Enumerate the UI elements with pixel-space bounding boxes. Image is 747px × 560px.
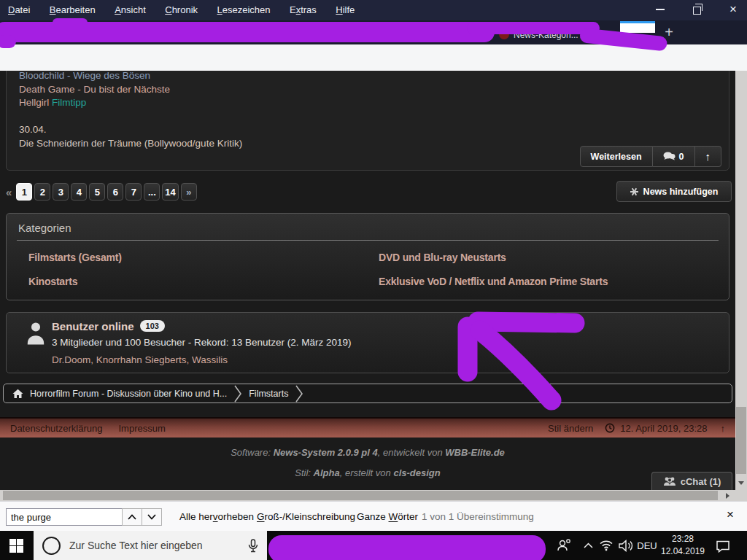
annotation-scribble-taskbar	[268, 535, 546, 560]
page-button-2[interactable]: 2	[34, 183, 50, 201]
comments-button[interactable]: 0	[653, 146, 695, 167]
find-previous-button[interactable]	[122, 508, 142, 526]
read-more-button[interactable]: Weiterlesen	[580, 146, 653, 167]
user-icon	[26, 321, 46, 346]
restore-button[interactable]	[681, 0, 713, 19]
highlight-all-toggle[interactable]: Alle hervorheben	[179, 511, 254, 522]
news-date: 30.04.	[19, 123, 242, 137]
language-indicator[interactable]: DEU	[636, 540, 658, 552]
vertical-scrollbar-thumb[interactable]	[736, 407, 746, 474]
scroll-top-button[interactable]: ↑	[695, 146, 722, 167]
chevron-right-icon	[295, 385, 303, 402]
start-button[interactable]	[9, 539, 23, 553]
find-bar: Alle hervorheben Groß-/Kleinschreibung G…	[0, 501, 747, 531]
page-timestamp: 12. April 2019, 23:28	[620, 423, 707, 434]
page-button-6[interactable]: 6	[107, 183, 123, 201]
tray-overflow-button[interactable]	[581, 540, 595, 551]
group-icon	[663, 477, 676, 486]
wifi-button[interactable]	[597, 537, 615, 553]
page-button-14[interactable]: 14	[162, 183, 178, 201]
taskbar-clock[interactable]: 23:28 12.04.2019	[659, 533, 707, 558]
category-link-dvd[interactable]: DVD und Blu-ray Neustarts	[379, 252, 506, 263]
pagination: « 1 2 3 4 5 6 7 ... 14 »	[6, 182, 199, 202]
menu-lesezeichen[interactable]: Lesezeichen	[209, 0, 279, 15]
menu-bearbeiten[interactable]: Bearbeiten	[42, 0, 104, 15]
action-center-button[interactable]	[713, 538, 732, 553]
category-link-filmstarts[interactable]: Filmstarts (Gesamt)	[28, 252, 122, 263]
minimize-button[interactable]	[644, 0, 676, 19]
volume-icon	[619, 540, 634, 552]
page-button-5[interactable]: 5	[89, 183, 105, 201]
menu-hilfe[interactable]: Hilfe	[328, 0, 363, 15]
find-next-button[interactable]	[142, 508, 162, 526]
chevron-right-icon	[234, 385, 241, 402]
horizontal-scrollbar-thumb[interactable]	[3, 491, 718, 500]
clock-icon	[605, 423, 615, 433]
cls-design-link[interactable]: cls-design	[393, 467, 440, 478]
users-online-title: Benutzer online	[52, 320, 134, 332]
wifi-icon	[599, 540, 614, 551]
categories-panel: Kategorien Filmstarts (Gesamt) Kinostart…	[6, 213, 729, 300]
notification-icon	[716, 540, 730, 553]
news-link[interactable]: Hellgirl	[19, 97, 49, 108]
find-status: 1 von 1 Übereinstimmung	[422, 511, 534, 522]
horizontal-scrollbar[interactable]	[0, 490, 747, 501]
news-link[interactable]: Bloodchild - Wiege des Bösen	[19, 71, 170, 83]
news-link[interactable]: Death Game - Du bist der Nächste	[19, 83, 170, 97]
taskbar-search[interactable]: Zur Suche Text hier eingeben	[34, 531, 267, 560]
users-names[interactable]: Dr.Doom, Knorrhahn Siegberts, Wassilis	[52, 354, 228, 365]
mic-icon[interactable]	[248, 539, 258, 553]
breadcrumb-item-filmstarts[interactable]: Filmstarts	[249, 389, 288, 399]
page-button-7[interactable]: 7	[125, 183, 142, 201]
menu-datei[interactable]: Datei	[0, 0, 38, 15]
privacy-link[interactable]: Datenschutzerklärung	[10, 423, 102, 434]
find-input[interactable]	[6, 508, 123, 526]
news-entry: Die Schneiderin der Träume (Bollywood/gu…	[19, 137, 242, 151]
category-link-vod[interactable]: Exklusive VoD / Netflix und Amazon Prime…	[379, 276, 608, 287]
chat-button[interactable]: cChat (1)	[651, 472, 732, 490]
whole-words-toggle[interactable]: Ganze Wörter	[357, 511, 418, 522]
news-actions: Weiterlesen 0 ↑	[580, 146, 721, 167]
next-icon: »	[186, 187, 191, 198]
page-button-4[interactable]: 4	[71, 183, 87, 201]
pagination-prev: «	[6, 186, 12, 198]
style-credit: Stil: Alpha, erstellt von cls-design	[0, 467, 735, 478]
home-icon[interactable]	[12, 389, 23, 399]
scroll-right-button[interactable]	[721, 490, 734, 501]
clock-date: 12.04.2019	[659, 545, 707, 558]
taskbar-search-text: Zur Suche Text hier eingeben	[69, 540, 203, 551]
categories-title: Kategorien	[18, 222, 71, 234]
people-button[interactable]	[554, 537, 573, 553]
screen: Datei Bearbeiten Ansicht Chronik Lesezei…	[0, 0, 747, 560]
news-link-row: Hellgirl Filmtipp	[19, 96, 170, 110]
imprint-link[interactable]: Impressum	[118, 423, 165, 434]
menu-chronik[interactable]: Chronik	[157, 0, 206, 15]
legal-bar: Datenschutzerklärung Impressum Stil ände…	[0, 417, 735, 438]
chevron-up-icon	[584, 542, 593, 548]
page-content: Bloodchild - Wiege des Bösen Death Game …	[0, 71, 735, 490]
find-close-button[interactable]: ×	[727, 508, 734, 522]
category-link-kinostarts[interactable]: Kinostarts	[28, 276, 77, 287]
volume-button[interactable]	[616, 537, 635, 553]
up-arrow-icon: ↑	[705, 150, 711, 163]
wbb-elite-link[interactable]: WBB-Elite.de	[445, 447, 505, 458]
legal-up-arrow-icon[interactable]: ↑	[721, 423, 726, 434]
chevron-up-icon	[128, 514, 136, 520]
news-link[interactable]: Filmtipp	[52, 97, 86, 108]
page-button-ellipsis[interactable]: ...	[144, 183, 160, 201]
page-button-3[interactable]: 3	[53, 183, 69, 201]
change-style-link[interactable]: Stil ändern	[548, 423, 593, 434]
add-news-button[interactable]: News hinzufügen	[616, 181, 732, 202]
annotation-scribble-tail	[0, 35, 16, 48]
pagination-next[interactable]: »	[181, 183, 197, 201]
scroll-down-button[interactable]	[735, 476, 747, 490]
cortana-icon	[42, 537, 61, 555]
match-case-toggle[interactable]: Groß-/Kleinschreibung	[257, 511, 355, 522]
menu-extras[interactable]: Extras	[282, 0, 325, 15]
close-button[interactable]: ×	[717, 0, 747, 19]
page-button-1[interactable]: 1	[16, 183, 32, 201]
breadcrumb-item-forum[interactable]: Horrorfilm Forum - Diskussion über Kino …	[30, 389, 227, 399]
menu-ansicht[interactable]: Ansicht	[107, 0, 154, 15]
people-icon	[556, 538, 572, 553]
vertical-scrollbar[interactable]	[735, 71, 747, 490]
